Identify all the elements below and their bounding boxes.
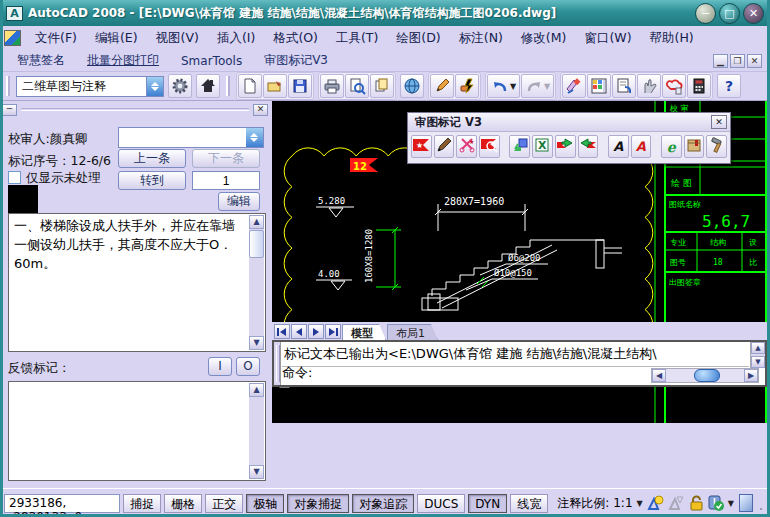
- plot-preview-button[interactable]: [345, 74, 369, 98]
- maximize-button[interactable]: □: [719, 3, 740, 24]
- export-block-button[interactable]: [509, 135, 530, 158]
- title-bar[interactable]: A AutoCAD 2008 - [E:\DWG\体育馆 建施 结施\结施\混凝…: [0, 0, 770, 26]
- command-hscrollbar[interactable]: ◀ ▶: [651, 368, 759, 383]
- my-workspace-button[interactable]: [196, 74, 220, 98]
- scale-dropdown-icon[interactable]: ▼: [637, 499, 643, 508]
- manual-button[interactable]: [684, 135, 705, 158]
- tab-last-button[interactable]: [325, 324, 341, 339]
- help-button[interactable]: ?: [717, 74, 741, 98]
- 3d-dwf-button[interactable]: [400, 74, 424, 98]
- menu-file[interactable]: 文件(F): [27, 28, 85, 49]
- layer-properties-button[interactable]: [612, 74, 636, 98]
- edit-mark-button[interactable]: [434, 135, 455, 158]
- app-menu-icon[interactable]: [4, 30, 21, 46]
- feedback-in-button[interactable]: I: [208, 357, 232, 376]
- scroll-thumb[interactable]: [249, 230, 264, 258]
- cad-black-button[interactable]: A: [608, 135, 629, 158]
- feedback-out-button[interactable]: O: [236, 357, 260, 376]
- scroll-down-icon[interactable]: ▼: [249, 336, 264, 350]
- mdi-close-button[interactable]: ✕: [747, 54, 762, 68]
- menu-review-mark-v3[interactable]: 审图标记V3: [255, 51, 337, 70]
- previous-mark-button[interactable]: 上一条: [118, 149, 186, 168]
- annotation-scale-control[interactable]: 注释比例: 1:1 ▼: [557, 495, 643, 512]
- toggle-grid[interactable]: 栅格: [164, 494, 202, 513]
- command-scrollbar[interactable]: ▲ ▼: [750, 342, 765, 368]
- mark-text-area[interactable]: 一、楼梯除设成人扶手外，并应在靠墙一侧设幼儿扶手，其高度不应大于O．60m。 ▲…: [8, 213, 266, 352]
- new-button[interactable]: [238, 74, 262, 98]
- toolbar-grip[interactable]: [226, 76, 230, 96]
- import-marks-button[interactable]: [555, 135, 576, 158]
- toggle-ducs[interactable]: DUCS: [417, 494, 465, 513]
- annotation-autoscale-button[interactable]: [667, 493, 685, 513]
- scroll-up-icon[interactable]: ▲: [249, 383, 264, 397]
- close-button[interactable]: ✕: [743, 3, 764, 24]
- command-window-grip[interactable]: [274, 342, 281, 385]
- panel-collapse-button[interactable]: ─: [2, 104, 17, 116]
- menu-edit[interactable]: 编辑(E): [87, 28, 146, 49]
- scroll-up-icon[interactable]: ▲: [249, 215, 264, 229]
- find-mark-button[interactable]: [479, 135, 500, 158]
- toggle-lineweight[interactable]: 线宽: [510, 494, 548, 513]
- goto-button[interactable]: 转到: [118, 171, 186, 190]
- workspace-spinner-icon[interactable]: [146, 77, 163, 96]
- feedback-text-area[interactable]: ▲ ▼: [8, 381, 266, 481]
- browser-button[interactable]: e: [661, 135, 682, 158]
- only-unprocessed-checkbox[interactable]: [8, 171, 21, 184]
- command-prompt[interactable]: 命令:: [282, 364, 312, 382]
- tab-prev-button[interactable]: [291, 324, 307, 339]
- menu-draw[interactable]: 绘图(D): [388, 28, 448, 49]
- pan-button[interactable]: [637, 74, 661, 98]
- scroll-right-icon[interactable]: ▶: [744, 369, 758, 382]
- clean-screen-button[interactable]: [739, 494, 753, 512]
- panel-close-button[interactable]: ✕: [253, 104, 268, 116]
- redo-dropdown-icon[interactable]: ▼: [544, 82, 550, 91]
- tab-model[interactable]: 模型: [342, 324, 386, 340]
- menu-format[interactable]: 格式(O): [265, 28, 326, 49]
- menu-modify[interactable]: 修改(M): [513, 28, 575, 49]
- toggle-dyn[interactable]: DYN: [468, 494, 507, 513]
- review-mark-toolbar[interactable]: 审图标记 V3 ✕ ★ ★ X A A e: [407, 112, 731, 164]
- toggle-polar[interactable]: 极轴: [246, 494, 284, 513]
- mark-color-swatch[interactable]: [8, 185, 38, 215]
- panel-grip[interactable]: [21, 108, 249, 111]
- hscroll-thumb[interactable]: [694, 369, 720, 382]
- undo-dropdown-icon[interactable]: ▼: [510, 82, 516, 91]
- menu-help[interactable]: 帮助(H): [642, 28, 702, 49]
- edit-button[interactable]: 编辑: [218, 192, 260, 211]
- add-mark-button[interactable]: ★: [411, 135, 432, 158]
- menu-tools[interactable]: 工具(T): [328, 28, 386, 49]
- menu-smart-signature[interactable]: 智慧签名: [8, 51, 74, 70]
- toggle-osnap[interactable]: 对象捕捉: [287, 494, 349, 513]
- toggle-ortho[interactable]: 正交: [205, 494, 243, 513]
- scroll-left-icon[interactable]: ◀: [652, 369, 666, 382]
- lock-icon[interactable]: [688, 493, 704, 513]
- publish-button[interactable]: [370, 74, 394, 98]
- review-toolbar-titlebar[interactable]: 审图标记 V3 ✕: [408, 113, 730, 132]
- settings-button[interactable]: [706, 135, 727, 158]
- toolbar-grip[interactable]: [6, 76, 10, 96]
- export-excel-button[interactable]: X: [532, 135, 553, 158]
- goto-number-input[interactable]: [192, 171, 260, 190]
- mark-text-scrollbar[interactable]: ▲ ▼: [249, 215, 264, 350]
- quick-calc-button[interactable]: [687, 74, 711, 98]
- toggle-otrack[interactable]: 对象追踪: [352, 494, 414, 513]
- markup-button[interactable]: [662, 74, 686, 98]
- tab-next-button[interactable]: [308, 324, 324, 339]
- dropdown-spinner-icon[interactable]: [246, 128, 263, 147]
- menu-window[interactable]: 窗口(W): [576, 28, 639, 49]
- undo-button[interactable]: ▼: [487, 74, 520, 98]
- save-button[interactable]: [288, 74, 312, 98]
- reviewer-dropdown[interactable]: [118, 127, 264, 148]
- workspace-dropdown[interactable]: 二维草图与注释: [16, 76, 164, 97]
- layers-button[interactable]: [587, 74, 611, 98]
- match-properties-button[interactable]: [562, 74, 586, 98]
- tab-first-button[interactable]: [274, 324, 290, 339]
- export-marks-button[interactable]: [578, 135, 599, 158]
- minimize-button[interactable]: ─: [695, 3, 716, 24]
- workspace-settings-button[interactable]: [168, 74, 192, 98]
- annotation-visibility-button[interactable]: [646, 493, 664, 513]
- open-button[interactable]: [263, 74, 287, 98]
- mdi-minimize-button[interactable]: ▁: [713, 54, 728, 68]
- feedback-scrollbar[interactable]: ▲ ▼: [249, 383, 264, 479]
- delete-mark-button[interactable]: ★: [456, 135, 477, 158]
